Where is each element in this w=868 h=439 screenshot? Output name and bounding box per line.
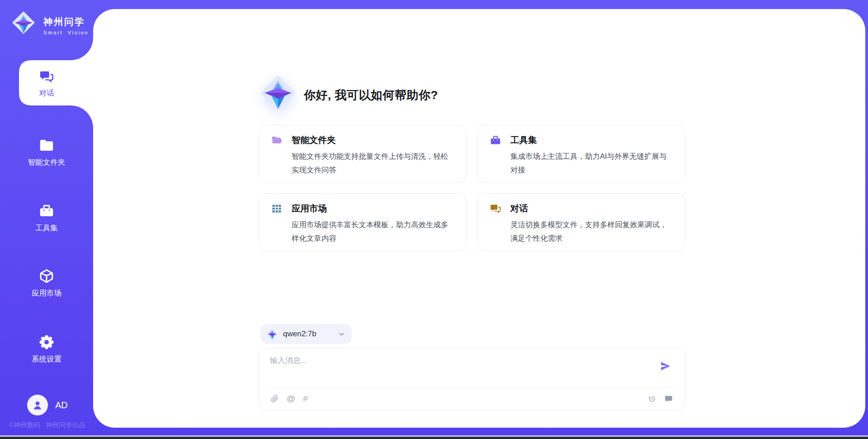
send-icon[interactable] xyxy=(660,360,671,372)
card-description: 集成市场上主流工具，助力AI与外界无缝扩展与对接 xyxy=(510,149,674,177)
card-description: 智能文件夹功能支持批量文件上传与清洗，轻松实现文件问答 xyxy=(292,149,455,177)
feature-cards: 智能文件夹 智能文件夹功能支持批量文件上传与清洗，轻松实现文件问答 工具集 xyxy=(259,125,685,251)
user-label: AD xyxy=(55,400,68,410)
card-toolset[interactable]: 工具集 集成市场上主流工具，助力AI与外界无缝扩展与对接 xyxy=(477,125,685,183)
user-avatar-icon xyxy=(32,399,43,411)
chat-icon xyxy=(490,203,501,215)
brand-name: 神州问学 xyxy=(43,15,89,28)
user-account[interactable]: AD xyxy=(27,395,68,415)
card-title: 智能文件夹 xyxy=(292,134,336,146)
toolbox-icon xyxy=(38,203,55,219)
sidebar-item-label: 系统设置 xyxy=(32,354,61,364)
app-window: 神州问学 Smart Vision 对话 智能文件夹 xyxy=(0,0,868,439)
card-description: 灵活切换多模型文件，支持多样回复效果调试，满足个性化需求 xyxy=(510,218,674,245)
card-description: 应用市场提供丰富长文本模板，助力高效生成多样化文章内容 xyxy=(292,218,455,245)
assistant-logo-icon xyxy=(260,75,296,111)
greeting-title: 你好, 我可以如何帮助你? xyxy=(304,87,438,103)
message-composer: @ # xyxy=(259,348,685,410)
card-chat[interactable]: 对话 灵活切换多模型文件，支持多样回复效果调试，满足个性化需求 xyxy=(477,193,685,251)
folder-open-icon xyxy=(271,134,283,146)
model-logo-icon xyxy=(266,328,278,340)
message-input[interactable] xyxy=(270,355,641,384)
sidebar-item-chat[interactable]: 对话 xyxy=(0,69,93,98)
sidebar-item-app-market[interactable]: 应用市场 xyxy=(0,268,93,298)
sidebar-item-label: 智能文件夹 xyxy=(28,157,66,167)
sidebar-item-toolset[interactable]: 工具集 xyxy=(0,203,93,233)
composer-toolbar: @ # xyxy=(270,388,673,410)
model-selector[interactable]: qwen2:7b xyxy=(260,324,352,344)
folder-icon xyxy=(38,137,55,153)
toolbox-icon xyxy=(490,134,501,146)
card-title: 对话 xyxy=(510,202,528,215)
grid-icon xyxy=(271,203,283,215)
sidebar: 神州问学 Smart Vision 对话 智能文件夹 xyxy=(0,0,93,439)
paperclip-icon[interactable] xyxy=(270,394,279,403)
card-smart-folder[interactable]: 智能文件夹 智能文件夹功能支持批量文件上传与清洗，轻松实现文件问答 xyxy=(259,125,467,183)
card-title: 应用市场 xyxy=(292,202,327,215)
window-bottom-bar xyxy=(0,437,868,439)
brand-logo-icon xyxy=(12,11,35,34)
sidebar-item-label: 工具集 xyxy=(35,223,58,233)
chevron-down-icon xyxy=(339,331,344,337)
model-name: qwen2:7b xyxy=(283,329,316,339)
copyright-text: ©神州数码 · 神州问学出品 xyxy=(9,421,85,429)
sidebar-item-label: 应用市场 xyxy=(32,288,61,298)
brand: 神州问学 Smart Vision xyxy=(12,11,89,35)
sidebar-item-label: 对话 xyxy=(39,88,54,98)
sidebar-item-settings[interactable]: 系统设置 xyxy=(0,334,93,364)
chat-icon xyxy=(39,69,54,84)
hash-icon[interactable]: # xyxy=(303,394,308,403)
gear-icon xyxy=(38,334,55,350)
cube-icon xyxy=(38,268,55,284)
card-title: 工具集 xyxy=(510,134,537,146)
main-content: 你好, 我可以如何帮助你? 智能文件夹 智能文件夹功能支持批量文件上传与清洗，轻… xyxy=(93,9,865,428)
card-app-market[interactable]: 应用市场 应用市场提供丰富长文本模板，助力高效生成多样化文章内容 xyxy=(259,193,467,251)
at-icon[interactable]: @ xyxy=(287,394,295,403)
sidebar-item-smart-folder[interactable]: 智能文件夹 xyxy=(0,137,93,167)
message-icon[interactable] xyxy=(664,394,673,403)
history-icon[interactable] xyxy=(647,394,656,403)
brand-subtitle: Smart Vision xyxy=(43,30,89,35)
avatar xyxy=(27,395,48,415)
